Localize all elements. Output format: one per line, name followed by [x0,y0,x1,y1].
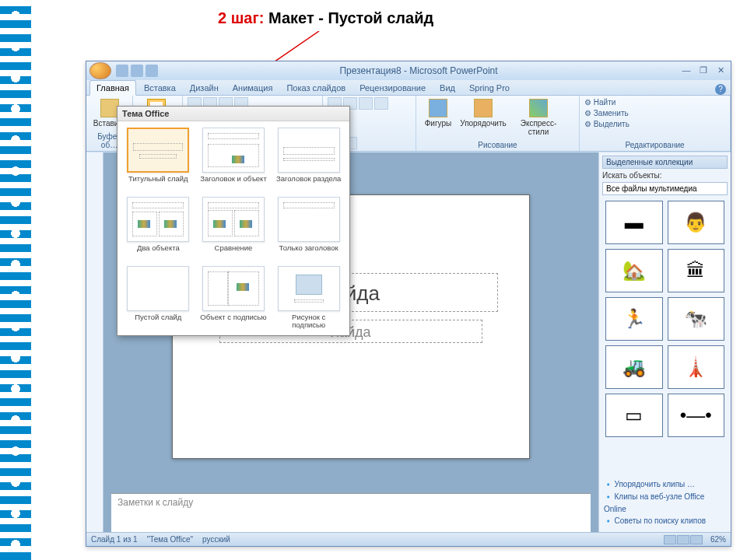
clip-item[interactable]: 🏃 [605,297,663,341]
layout-title-slide[interactable]: Титульный слайд [124,128,193,191]
layout-title-content[interactable]: Заголовок и объект [199,128,268,191]
picture-icon [296,275,322,295]
organize-clips-link[interactable]: Упорядочить клипы … [604,478,726,491]
tab-design[interactable]: Дизайн [184,81,225,95]
clip-item[interactable]: 🐄 [668,297,725,341]
clipart-task-pane: Выделенные коллекции Искать объекты: Все… [598,152,731,532]
replace-button[interactable]: Заменить [584,108,725,119]
ribbon-tabs: Главная Вставка Дизайн Анимация Показ сл… [86,80,731,96]
layout-title-only[interactable]: Только заголовок [274,197,343,260]
redo-icon[interactable] [146,65,158,77]
clipart-results: ▬ 👨 🏡 🏛 🏃 🐄 🚜 🗼 ▭ •—• [602,198,728,474]
restore-button[interactable]: ❐ [696,65,710,76]
group-editing: Редактирование [584,141,725,149]
layout-comparison[interactable]: Сравнение [199,197,268,260]
quick-styles-button[interactable]: Экспресс-стили [511,97,566,136]
close-button[interactable]: ✕ [714,65,728,76]
tab-home[interactable]: Главная [89,80,136,96]
theme-name: "Тема Office" [147,535,193,544]
layout-gallery-popup: Тема Office Титульный слайд Заголовок и … [117,106,350,336]
office-online-link[interactable]: Клипы на веб-узле Office Online [604,491,726,515]
search-label: Искать объекты: [602,171,728,180]
arrange-icon [474,99,493,117]
layout-blank[interactable]: Пустой слайд [124,266,193,329]
quick-access-toolbar [116,65,158,77]
status-bar: Слайд 1 из 1 "Тема Office" русский 62% [86,532,731,546]
step-text: Макет - Пустой слайд [268,9,433,26]
slide-counter: Слайд 1 из 1 [91,535,138,544]
language-indicator[interactable]: русский [202,535,230,544]
styles-icon [529,99,548,117]
decorative-border [0,0,31,560]
media-type-combo[interactable]: Все файлы мультимедиа [602,182,728,195]
clip-item[interactable]: ▭ [605,394,663,437]
slides-thumbnail-pane[interactable] [86,152,103,532]
step-label: 2 шаг: [218,9,264,26]
clip-item[interactable]: 🚜 [605,345,663,389]
tab-animation[interactable]: Анимация [226,81,279,95]
help-icon[interactable]: ? [715,84,726,95]
slideshow-view-button[interactable] [690,535,703,544]
select-button[interactable]: Выделить [584,119,725,130]
group-drawing: Рисование [421,141,574,149]
notes-pane[interactable]: Заметки к слайду [111,493,591,532]
zoom-level[interactable]: 62% [710,535,726,544]
layout-picture-caption[interactable]: Рисунок с подписью [274,266,343,329]
tab-insert[interactable]: Вставка [138,81,182,95]
tab-springpro[interactable]: Spring Pro [463,81,516,95]
align-button[interactable] [359,97,373,110]
title-bar: Презентация8 - Microsoft PowerPoint — ❐ … [86,61,731,80]
search-tips-link[interactable]: Советы по поиску клипов [604,515,726,527]
clip-item[interactable]: 🏡 [605,249,663,292]
layout-content-caption[interactable]: Объект с подписью [199,266,268,329]
clip-item[interactable]: •—• [668,394,725,437]
instruction-annotation: 2 шаг: Макет - Пустой слайд [218,9,433,27]
gallery-header: Тема Office [117,107,349,121]
window-title: Презентация8 - Microsoft PowerPoint [158,65,679,76]
save-icon[interactable] [116,65,128,77]
sorter-view-button[interactable] [677,535,689,544]
arrange-button[interactable]: Упорядочить [460,97,507,136]
tab-slideshow[interactable]: Показ слайдов [280,81,352,95]
minimize-button[interactable]: — [679,65,693,76]
shapes-icon [429,99,447,117]
tab-review[interactable]: Рецензирование [353,81,432,95]
clip-item[interactable]: 🗼 [668,345,725,389]
undo-icon[interactable] [131,65,143,77]
office-button[interactable] [89,62,111,79]
clip-item[interactable]: ▬ [605,201,663,244]
clip-item[interactable]: 🏛 [668,249,725,292]
tab-view[interactable]: Вид [433,81,461,95]
layout-two-content[interactable]: Два объекта [124,197,193,260]
normal-view-button[interactable] [664,535,676,544]
shapes-button[interactable]: Фигуры [421,97,455,136]
layout-section-header[interactable]: Заголовок раздела [274,128,343,191]
clip-item[interactable]: 👨 [668,201,725,244]
align-button[interactable] [374,97,388,110]
find-button[interactable]: Найти [584,97,725,108]
taskpane-header: Выделенные коллекции [602,156,728,169]
